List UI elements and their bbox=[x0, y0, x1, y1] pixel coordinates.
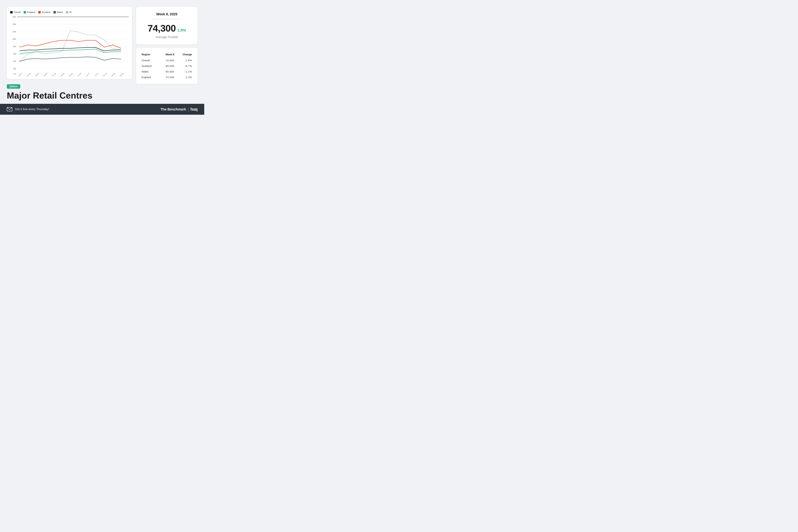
data-table: Region Week 8 Change Overall 74,300 1.9%… bbox=[140, 52, 193, 80]
footer: Get it free every Thursday! The Benchmar… bbox=[0, 104, 204, 115]
legend-label-england: England bbox=[27, 11, 35, 14]
chart-svg: 160k 140k 120k 100k 80k 60k 40k 20k 0.0 bbox=[10, 15, 129, 76]
legend-label-wales: Wales bbox=[57, 11, 63, 14]
svg-text:140k: 140k bbox=[12, 23, 16, 25]
cell-region: England bbox=[140, 74, 159, 80]
legend-england: England bbox=[24, 11, 35, 14]
footfall-value: 74,300 bbox=[148, 23, 176, 34]
col-header-change: Change bbox=[176, 52, 193, 58]
footfall-pct: 1.9% bbox=[177, 28, 186, 33]
left-column: Overall England Scotland Wales NI bbox=[7, 7, 132, 100]
legend-label-scotland: Scotland bbox=[42, 11, 50, 14]
legend-dot-overall bbox=[10, 11, 13, 14]
legend-dot-scotland bbox=[38, 11, 41, 14]
footer-right: The Benchmark | huq bbox=[160, 107, 197, 112]
footfall-label: Average Footfall bbox=[141, 35, 193, 39]
footer-huq-logo: huq bbox=[190, 107, 197, 112]
cell-change: 1.2% bbox=[176, 74, 193, 80]
legend-wales: Wales bbox=[54, 11, 63, 14]
table-card: Region Week 8 Change Overall 74,300 1.9%… bbox=[136, 48, 197, 84]
svg-text:80k: 80k bbox=[13, 45, 16, 48]
envelope-icon bbox=[7, 107, 12, 111]
legend-ni: NI bbox=[66, 11, 72, 14]
footer-cta: Get it free every Thursday! bbox=[15, 108, 49, 111]
chart-card: Overall England Scotland Wales NI bbox=[7, 7, 132, 79]
edition-badge: Edition bbox=[7, 84, 20, 89]
svg-text:60k: 60k bbox=[13, 53, 16, 55]
legend-dot-ni bbox=[66, 11, 68, 14]
main-content: Overall England Scotland Wales NI bbox=[0, 0, 204, 104]
svg-text:100k: 100k bbox=[12, 38, 16, 40]
legend-dot-england bbox=[24, 11, 26, 14]
chart-area: 160k 140k 120k 100k 80k 60k 40k 20k 0.0 bbox=[10, 15, 129, 76]
main-title: Major Retail Centres bbox=[7, 91, 132, 100]
edition-section: Edition Major Retail Centres bbox=[7, 82, 132, 100]
table-row: England 73,200 1.2% bbox=[140, 74, 193, 80]
right-column: Week 8, 2025 74,300 1.9% Average Footfal… bbox=[136, 7, 197, 100]
table-row: Scotland 89,300 8.7% bbox=[140, 63, 193, 69]
week-label: Week 8, 2025 bbox=[141, 12, 193, 16]
footer-left: Get it free every Thursday! bbox=[7, 107, 49, 111]
stats-divider bbox=[151, 19, 182, 19]
svg-text:160k: 160k bbox=[12, 16, 16, 18]
cell-week8: 89,300 bbox=[159, 63, 176, 69]
footer-brand: The Benchmark bbox=[160, 108, 186, 111]
legend-label-ni: NI bbox=[69, 11, 72, 14]
chart-legend: Overall England Scotland Wales NI bbox=[10, 11, 129, 14]
legend-scotland: Scotland bbox=[38, 11, 50, 14]
cell-change: 8.7% bbox=[176, 63, 193, 69]
cell-change: 1.9% bbox=[176, 58, 193, 63]
svg-text:120k: 120k bbox=[12, 31, 16, 33]
table-row: Wales 60,500 -1.1% bbox=[140, 69, 193, 74]
cell-week8: 73,200 bbox=[159, 74, 176, 80]
cell-change: -1.1% bbox=[176, 69, 193, 74]
cell-region: Scotland bbox=[140, 63, 159, 69]
cell-region: Wales bbox=[140, 69, 159, 74]
table-row: Overall 74,300 1.9% bbox=[140, 58, 193, 63]
col-header-week8: Week 8 bbox=[159, 52, 176, 58]
legend-label-overall: Overall bbox=[14, 11, 21, 14]
legend-overall: Overall bbox=[10, 11, 21, 14]
cell-week8: 74,300 bbox=[159, 58, 176, 63]
footfall-row: 74,300 1.9% bbox=[141, 23, 193, 34]
footer-pipe: | bbox=[188, 107, 189, 112]
svg-text:40k: 40k bbox=[13, 60, 16, 62]
svg-text:0.0: 0.0 bbox=[14, 73, 16, 75]
svg-text:20k: 20k bbox=[13, 68, 16, 70]
stats-card: Week 8, 2025 74,300 1.9% Average Footfal… bbox=[136, 7, 197, 44]
col-header-region: Region bbox=[140, 52, 159, 58]
legend-dot-wales bbox=[54, 11, 56, 14]
cell-week8: 60,500 bbox=[159, 69, 176, 74]
cell-region: Overall bbox=[140, 58, 159, 63]
svg-text:2024-04-07: 2024-04-07 bbox=[16, 73, 22, 76]
